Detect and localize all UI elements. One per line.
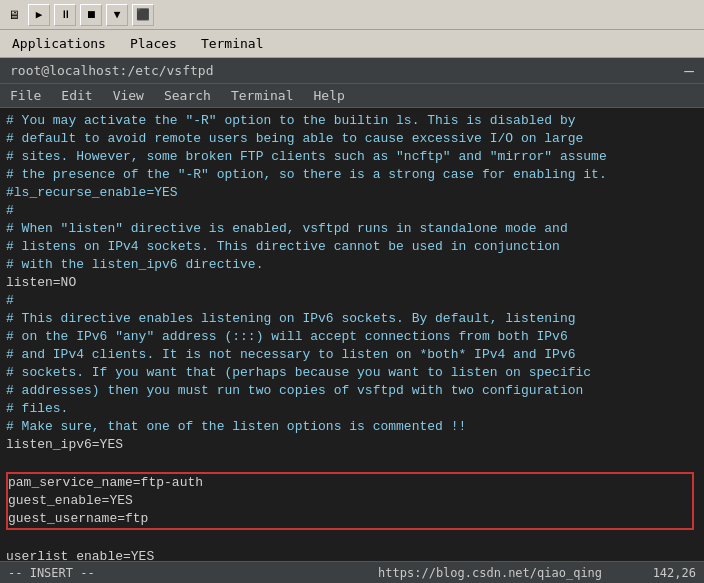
line-16: # addresses) then you must run two copie… — [6, 382, 698, 400]
pause-button[interactable]: ⏸ — [54, 4, 76, 26]
places-menu[interactable]: Places — [126, 34, 181, 53]
line-17: # files. — [6, 400, 698, 418]
record-button[interactable]: ⬛ — [132, 4, 154, 26]
line-1: # You may activate the "-R" option to th… — [6, 112, 698, 130]
terminal-menu[interactable]: Terminal — [197, 34, 268, 53]
line-20 — [6, 454, 698, 472]
line-11: # — [6, 292, 698, 310]
cursor-position: https://blog.csdn.net/qiao_qing 142,26 — [378, 566, 696, 580]
line-pam: pam_service_name=ftp-auth — [8, 474, 692, 492]
line-7: # When "listen" directive is enabled, vs… — [6, 220, 698, 238]
terminal-title: root@localhost:/etc/vsftpd — [10, 63, 214, 78]
line-6: # — [6, 202, 698, 220]
applications-menu[interactable]: Applications — [8, 34, 110, 53]
help-menu[interactable]: Help — [310, 86, 349, 105]
line-blank2 — [6, 530, 698, 548]
app-icon: 🖥 — [4, 5, 24, 25]
highlighted-block: pam_service_name=ftp-auth guest_enable=Y… — [6, 472, 694, 530]
edit-menu[interactable]: Edit — [57, 86, 96, 105]
line-4: # the presence of the "-R" option, so th… — [6, 166, 698, 184]
line-12: # This directive enables listening on IP… — [6, 310, 698, 328]
status-url: https://blog.csdn.net/qiao_qing — [378, 566, 602, 580]
line-3: # sites. However, some broken FTP client… — [6, 148, 698, 166]
line-userlist: userlist_enable=YES — [6, 548, 698, 561]
top-navigation: Applications Places Terminal — [0, 30, 704, 58]
play-button[interactable]: ▶ — [28, 4, 50, 26]
close-button[interactable]: — — [684, 61, 694, 80]
line-2: # default to avoid remote users being ab… — [6, 130, 698, 148]
line-5: #ls_recurse_enable=YES — [6, 184, 698, 202]
line-13: # on the IPv6 "any" address (:::) will a… — [6, 328, 698, 346]
insert-mode-indicator: -- INSERT -- — [8, 566, 95, 580]
terminal-content[interactable]: # You may activate the "-R" option to th… — [0, 108, 704, 561]
stop-button[interactable]: ⏹ — [80, 4, 102, 26]
line-9: # with the listen_ipv6 directive. — [6, 256, 698, 274]
line-15: # sockets. If you want that (perhaps bec… — [6, 364, 698, 382]
terminal-sub-menu[interactable]: Terminal — [227, 86, 298, 105]
line-19: listen_ipv6=YES — [6, 436, 698, 454]
taskbar: 🖥 ▶ ⏸ ⏹ ▼ ⬛ — [0, 0, 704, 30]
terminal-window: root@localhost:/etc/vsftpd — File Edit V… — [0, 58, 704, 583]
dropdown-button[interactable]: ▼ — [106, 4, 128, 26]
terminal-menubar: File Edit View Search Terminal Help — [0, 84, 704, 108]
terminal-titlebar: root@localhost:/etc/vsftpd — — [0, 58, 704, 84]
line-8: # listens on IPv4 sockets. This directiv… — [6, 238, 698, 256]
line-18: # Make sure, that one of the listen opti… — [6, 418, 698, 436]
file-menu[interactable]: File — [6, 86, 45, 105]
view-menu[interactable]: View — [109, 86, 148, 105]
line-10: listen=NO — [6, 274, 698, 292]
line-guest-username: guest_username=ftp — [8, 510, 692, 528]
line-guest-enable: guest_enable=YES — [8, 492, 692, 510]
line-14: # and IPv4 clients. It is not necessary … — [6, 346, 698, 364]
line-col: 142,26 — [653, 566, 696, 580]
status-bar: -- INSERT -- https://blog.csdn.net/qiao_… — [0, 561, 704, 583]
search-menu[interactable]: Search — [160, 86, 215, 105]
